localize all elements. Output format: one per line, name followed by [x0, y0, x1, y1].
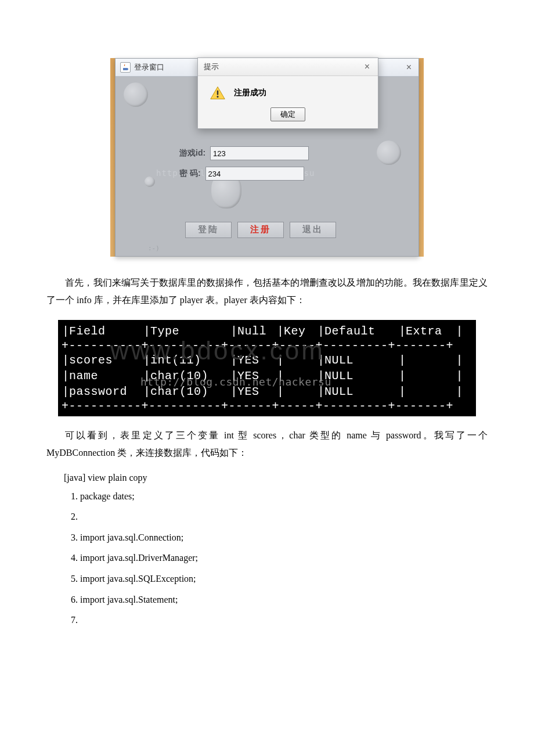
cell-key: [279, 354, 319, 367]
col-header-null: Null: [232, 325, 279, 338]
col-header-key: Key: [279, 325, 319, 338]
password-row: 密 码:: [179, 167, 304, 181]
cell-default: NULL: [319, 369, 400, 383]
table-separator: +----------+----------+------+-----+----…: [58, 399, 476, 413]
ascii-face: :-): [148, 244, 160, 252]
password-label: 密 码:: [179, 168, 201, 179]
cell-extra: [400, 369, 459, 383]
code-line: import java.sql.DriverManager;: [80, 550, 488, 566]
game-id-input[interactable]: [210, 146, 309, 160]
cell-extra: [400, 354, 459, 367]
cell-null: YES: [232, 369, 279, 383]
col-header-extra: Extra: [400, 325, 459, 338]
cell-null: YES: [232, 385, 279, 398]
password-input[interactable]: [205, 167, 304, 181]
cookie-decoration: [377, 141, 401, 165]
cell-default: NULL: [319, 354, 400, 367]
dialog-body: 注册成功: [198, 76, 378, 105]
code-line: import java.sql.Connection;: [80, 530, 488, 545]
table-separator: +----------+----------+------+-----+----…: [58, 339, 476, 352]
cell-key: [279, 385, 319, 398]
document-page: 登录窗口 × http://blog.csdn.net/hackersu 游戏i…: [0, 0, 534, 668]
dialog-message: 注册成功: [234, 88, 266, 98]
warning-triangle-icon: [210, 85, 226, 100]
java-cup-icon: [120, 62, 131, 73]
dialog-ok-button[interactable]: 确定: [270, 107, 305, 121]
cell-type: int(11): [145, 354, 232, 367]
cell-default: NULL: [319, 385, 400, 398]
table-header-row: Field Type Null Key Default Extra: [58, 323, 476, 339]
cookie-decoration: [124, 82, 148, 107]
cell-field: password: [64, 385, 145, 398]
body-paragraph: 首先，我们来编写关于数据库里的数据操作，包括基本的增删查改以及增加的功能。我在数…: [46, 274, 488, 309]
cell-extra: [400, 385, 459, 398]
code-line: import java.sql.SQLException;: [80, 571, 488, 586]
col-header-field: Field: [64, 325, 145, 338]
col-header-type: Type: [145, 325, 232, 338]
svg-point-1: [217, 96, 218, 98]
exit-button[interactable]: 退出: [290, 222, 336, 238]
game-id-label: 游戏id:: [179, 148, 205, 159]
login-button[interactable]: 登陆: [185, 222, 232, 238]
code-line: [80, 509, 488, 524]
login-window-title: 登录窗口: [134, 62, 164, 73]
register-button[interactable]: 注册: [237, 222, 284, 238]
code-line: import java.sql.Statement;: [80, 592, 488, 607]
message-dialog: 提示 × 注册成功 确定: [197, 57, 378, 129]
cell-field: scores: [64, 354, 145, 367]
cell-field: name: [64, 369, 145, 383]
mysql-describe-output: Field Type Null Key Default Extra +-----…: [58, 320, 476, 416]
col-header-default: Default: [319, 325, 400, 338]
cell-null: YES: [232, 354, 279, 367]
game-id-row: 游戏id:: [179, 146, 309, 160]
login-button-row: 登陆 注册 退出: [185, 222, 336, 238]
cookie-decoration: [145, 177, 155, 187]
dialog-actions: 确定: [198, 105, 378, 128]
login-screenshot: 登录窗口 × http://blog.csdn.net/hackersu 游戏i…: [110, 58, 424, 257]
body-paragraph: 可以看到，表里定义了三个变量 int 型 scores，char 类型的 nam…: [46, 427, 488, 462]
svg-rect-0: [217, 91, 218, 95]
dialog-titlebar: 提示 ×: [198, 58, 378, 76]
code-toolbar-label: [java] view plain copy: [64, 473, 488, 483]
table-row: name char(10) YES NULL: [58, 368, 476, 384]
code-line: package dates;: [80, 489, 488, 504]
cell-type: char(10): [145, 385, 232, 398]
dialog-title: 提示: [204, 62, 219, 72]
code-line: [80, 613, 488, 628]
table-row: scores int(11) YES NULL: [58, 352, 476, 368]
table-row: password char(10) YES NULL: [58, 384, 476, 399]
login-window-close-icon[interactable]: ×: [404, 62, 414, 73]
dialog-close-icon[interactable]: ×: [362, 62, 372, 72]
cell-type: char(10): [145, 369, 232, 383]
code-listing: package dates; import java.sql.Connectio…: [66, 489, 488, 628]
cell-key: [279, 369, 319, 383]
